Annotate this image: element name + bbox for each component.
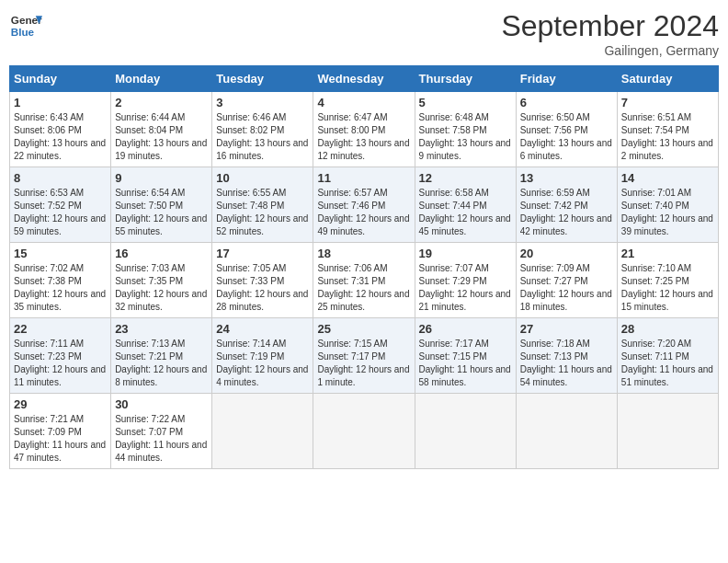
calendar-cell: 10 Sunrise: 6:55 AM Sunset: 7:48 PM Dayl… <box>212 167 313 243</box>
day-number: 7 <box>621 96 714 109</box>
calendar-header-row: SundayMondayTuesdayWednesdayThursdayFrid… <box>10 66 719 92</box>
calendar-cell: 22 Sunrise: 7:11 AM Sunset: 7:23 PM Dayl… <box>10 318 111 394</box>
day-number: 25 <box>317 322 410 336</box>
sunset-label: Sunset: 7:54 PM <box>621 125 689 135</box>
header: General Blue September 2024 Gailingen, G… <box>9 9 719 58</box>
sunset-label: Sunset: 7:56 PM <box>520 125 588 135</box>
daylight-label: Daylight: 12 hours and 59 minutes. <box>14 213 106 236</box>
day-info: Sunrise: 7:09 AM Sunset: 7:27 PM Dayligh… <box>520 262 613 314</box>
sunrise-label: Sunrise: 7:15 AM <box>317 339 387 349</box>
sunset-label: Sunset: 7:23 PM <box>14 351 82 362</box>
daylight-label: Daylight: 12 hours and 18 minutes. <box>520 289 612 312</box>
sunset-label: Sunset: 7:07 PM <box>115 427 183 437</box>
daylight-label: Daylight: 11 hours and 47 minutes. <box>14 440 106 463</box>
sunset-label: Sunset: 7:19 PM <box>216 351 284 362</box>
sunrise-label: Sunrise: 7:02 AM <box>14 263 84 273</box>
month-year: September 2024 <box>501 9 719 43</box>
day-number: 29 <box>14 397 107 411</box>
day-number: 19 <box>419 247 512 260</box>
calendar-week-5: 29 Sunrise: 7:21 AM Sunset: 7:09 PM Dayl… <box>10 394 719 469</box>
sunset-label: Sunset: 7:40 PM <box>621 201 689 211</box>
day-info: Sunrise: 7:10 AM Sunset: 7:25 PM Dayligh… <box>621 262 714 314</box>
calendar-cell <box>516 394 617 469</box>
sunrise-label: Sunrise: 7:09 AM <box>520 263 590 273</box>
day-info: Sunrise: 7:13 AM Sunset: 7:21 PM Dayligh… <box>115 338 208 389</box>
sunset-label: Sunset: 7:25 PM <box>621 276 689 286</box>
day-info: Sunrise: 6:51 AM Sunset: 7:54 PM Dayligh… <box>621 111 714 163</box>
day-number: 2 <box>115 96 208 109</box>
day-info: Sunrise: 7:06 AM Sunset: 7:31 PM Dayligh… <box>317 262 410 314</box>
sunrise-label: Sunrise: 6:43 AM <box>14 112 84 122</box>
calendar-cell: 17 Sunrise: 7:05 AM Sunset: 7:33 PM Dayl… <box>212 243 313 318</box>
sunrise-label: Sunrise: 7:20 AM <box>621 339 691 349</box>
sunset-label: Sunset: 8:00 PM <box>317 125 385 135</box>
day-number: 23 <box>115 322 208 336</box>
sunset-label: Sunset: 8:06 PM <box>14 125 82 135</box>
logo: General Blue <box>9 9 42 42</box>
sunset-label: Sunset: 7:58 PM <box>419 125 487 135</box>
day-number: 5 <box>419 96 512 109</box>
day-number: 24 <box>216 322 309 336</box>
sunrise-label: Sunrise: 7:06 AM <box>317 263 387 273</box>
logo-icon: General Blue <box>9 9 42 42</box>
daylight-label: Daylight: 13 hours and 12 minutes. <box>317 138 409 161</box>
calendar-cell: 15 Sunrise: 7:02 AM Sunset: 7:38 PM Dayl… <box>10 243 111 318</box>
calendar-cell: 23 Sunrise: 7:13 AM Sunset: 7:21 PM Dayl… <box>111 318 212 394</box>
sunrise-label: Sunrise: 7:11 AM <box>14 339 84 349</box>
calendar-week-2: 8 Sunrise: 6:53 AM Sunset: 7:52 PM Dayli… <box>10 167 719 243</box>
daylight-label: Daylight: 12 hours and 28 minutes. <box>216 289 308 312</box>
sunrise-label: Sunrise: 7:03 AM <box>115 263 185 273</box>
day-info: Sunrise: 6:47 AM Sunset: 8:00 PM Dayligh… <box>317 111 410 163</box>
day-info: Sunrise: 6:55 AM Sunset: 7:48 PM Dayligh… <box>216 187 309 238</box>
calendar-cell: 3 Sunrise: 6:46 AM Sunset: 8:02 PM Dayli… <box>212 92 313 167</box>
calendar-cell: 24 Sunrise: 7:14 AM Sunset: 7:19 PM Dayl… <box>212 318 313 394</box>
day-number: 8 <box>14 171 107 185</box>
daylight-label: Daylight: 12 hours and 45 minutes. <box>419 213 511 236</box>
day-number: 4 <box>317 96 410 109</box>
calendar-cell: 2 Sunrise: 6:44 AM Sunset: 8:04 PM Dayli… <box>111 92 212 167</box>
daylight-label: Daylight: 13 hours and 6 minutes. <box>520 138 612 161</box>
calendar-cell: 28 Sunrise: 7:20 AM Sunset: 7:11 PM Dayl… <box>617 318 718 394</box>
day-number: 12 <box>419 171 512 185</box>
calendar-cell: 11 Sunrise: 6:57 AM Sunset: 7:46 PM Dayl… <box>313 167 415 243</box>
day-number: 21 <box>621 247 714 260</box>
sunset-label: Sunset: 7:27 PM <box>520 276 588 286</box>
sunset-label: Sunset: 7:52 PM <box>14 201 82 211</box>
day-info: Sunrise: 6:59 AM Sunset: 7:42 PM Dayligh… <box>520 187 613 238</box>
day-info: Sunrise: 7:18 AM Sunset: 7:13 PM Dayligh… <box>520 338 613 389</box>
day-info: Sunrise: 7:21 AM Sunset: 7:09 PM Dayligh… <box>14 413 107 465</box>
sunset-label: Sunset: 7:38 PM <box>14 276 82 286</box>
sunrise-label: Sunrise: 6:53 AM <box>14 188 84 198</box>
calendar-table: SundayMondayTuesdayWednesdayThursdayFrid… <box>9 65 719 469</box>
sunrise-label: Sunrise: 7:01 AM <box>621 188 691 198</box>
calendar-body: 1 Sunrise: 6:43 AM Sunset: 8:06 PM Dayli… <box>10 92 719 469</box>
day-number: 14 <box>621 171 714 185</box>
daylight-label: Daylight: 12 hours and 15 minutes. <box>621 289 713 312</box>
sunrise-label: Sunrise: 7:22 AM <box>115 414 185 424</box>
daylight-label: Daylight: 13 hours and 2 minutes. <box>621 138 713 161</box>
day-info: Sunrise: 7:01 AM Sunset: 7:40 PM Dayligh… <box>621 187 714 238</box>
day-info: Sunrise: 7:05 AM Sunset: 7:33 PM Dayligh… <box>216 262 309 314</box>
calendar-cell: 29 Sunrise: 7:21 AM Sunset: 7:09 PM Dayl… <box>10 394 111 469</box>
day-info: Sunrise: 6:46 AM Sunset: 8:02 PM Dayligh… <box>216 111 309 163</box>
daylight-label: Daylight: 12 hours and 49 minutes. <box>317 213 409 236</box>
sunset-label: Sunset: 8:02 PM <box>216 125 284 135</box>
daylight-label: Daylight: 12 hours and 55 minutes. <box>115 213 207 236</box>
daylight-label: Daylight: 11 hours and 58 minutes. <box>419 364 511 387</box>
sunrise-label: Sunrise: 7:18 AM <box>520 339 590 349</box>
sunset-label: Sunset: 7:44 PM <box>419 201 487 211</box>
calendar-cell: 16 Sunrise: 7:03 AM Sunset: 7:35 PM Dayl… <box>111 243 212 318</box>
day-info: Sunrise: 6:44 AM Sunset: 8:04 PM Dayligh… <box>115 111 208 163</box>
sunrise-label: Sunrise: 6:55 AM <box>216 188 286 198</box>
day-info: Sunrise: 6:50 AM Sunset: 7:56 PM Dayligh… <box>520 111 613 163</box>
sunrise-label: Sunrise: 7:10 AM <box>621 263 691 273</box>
calendar-cell: 13 Sunrise: 6:59 AM Sunset: 7:42 PM Dayl… <box>516 167 617 243</box>
day-number: 26 <box>419 322 512 336</box>
day-number: 13 <box>520 171 613 185</box>
day-number: 28 <box>621 322 714 336</box>
daylight-label: Daylight: 12 hours and 21 minutes. <box>419 289 511 312</box>
daylight-label: Daylight: 12 hours and 25 minutes. <box>317 289 409 312</box>
sunrise-label: Sunrise: 7:21 AM <box>14 414 84 424</box>
daylight-label: Daylight: 12 hours and 1 minute. <box>317 364 409 387</box>
sunrise-label: Sunrise: 6:59 AM <box>520 188 590 198</box>
